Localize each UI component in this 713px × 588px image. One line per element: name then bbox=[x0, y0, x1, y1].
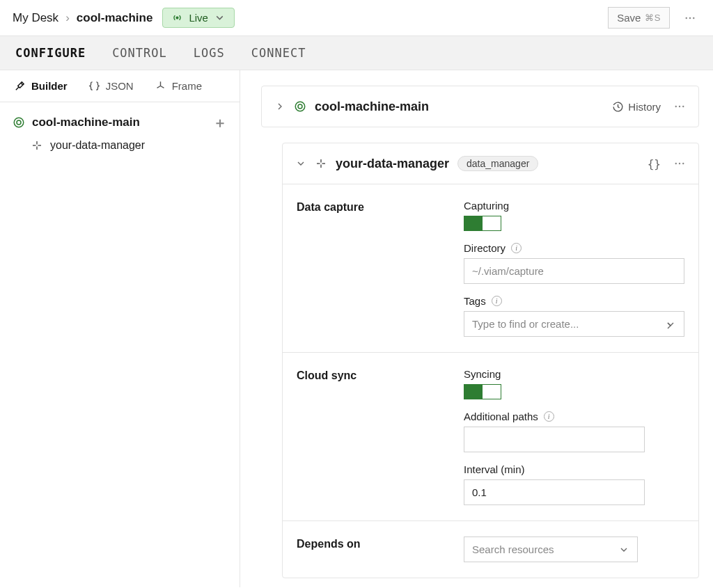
main-tabs: CONFIGURE CONTROL LOGS CONNECT bbox=[0, 35, 713, 70]
machine-card: cool-machine-main History bbox=[261, 86, 699, 127]
breadcrumb-separator: › bbox=[65, 11, 70, 25]
svg-point-11 bbox=[675, 163, 677, 164]
machine-more-button[interactable] bbox=[673, 96, 686, 117]
info-icon[interactable]: i bbox=[492, 296, 502, 306]
section-cloud-sync: Cloud sync Syncing Additional paths i bbox=[283, 353, 698, 521]
subtab-frame[interactable]: Frame bbox=[155, 80, 202, 92]
tree-child-label: your-data-manager bbox=[50, 139, 145, 152]
broadcast-icon bbox=[171, 12, 183, 24]
breadcrumb-current: cool-machine bbox=[77, 11, 153, 25]
history-icon bbox=[612, 101, 624, 113]
main-content: cool-machine-main History your-data-mana… bbox=[240, 70, 713, 587]
section-data-capture: Data capture Capturing Directory i bbox=[283, 184, 698, 353]
directory-label: Directory i bbox=[464, 242, 684, 254]
tab-connect[interactable]: CONNECT bbox=[251, 36, 306, 70]
section-label-cloud-sync: Cloud sync bbox=[297, 368, 450, 505]
additional-paths-label: Additional paths i bbox=[464, 411, 645, 422]
tools-icon bbox=[14, 80, 26, 92]
subtab-json-label: JSON bbox=[106, 80, 134, 92]
subtab-builder[interactable]: Builder bbox=[14, 80, 68, 92]
live-status-dropdown[interactable]: Live bbox=[162, 8, 235, 28]
sub-tabs: Builder JSON Frame bbox=[0, 70, 240, 102]
syncing-label: Syncing bbox=[464, 368, 645, 380]
sparkle-icon bbox=[315, 157, 327, 170]
svg-point-8 bbox=[675, 106, 677, 107]
capturing-toggle[interactable] bbox=[464, 216, 501, 231]
tags-placeholder: Type to find or create... bbox=[472, 318, 579, 330]
machine-icon bbox=[13, 116, 25, 129]
tree-root-row[interactable]: cool-machine-main ＋ bbox=[10, 111, 230, 134]
live-label: Live bbox=[189, 12, 208, 24]
chevron-down-icon bbox=[665, 319, 676, 330]
svg-point-7 bbox=[295, 102, 305, 111]
sparkle-icon bbox=[31, 139, 43, 152]
svg-point-0 bbox=[176, 17, 178, 19]
section-label-depends-on: Depends on bbox=[297, 537, 450, 562]
chevron-down-icon bbox=[214, 12, 226, 24]
subtab-builder-label: Builder bbox=[31, 80, 68, 92]
save-label: Save bbox=[617, 12, 641, 24]
history-button[interactable]: History bbox=[612, 101, 661, 113]
tree-child-row[interactable]: your-data-manager bbox=[10, 134, 230, 157]
breadcrumb-root[interactable]: My Desk bbox=[13, 11, 58, 25]
tree-root-label: cool-machine-main bbox=[32, 116, 140, 129]
machine-card-header: cool-machine-main History bbox=[262, 86, 698, 127]
directory-input[interactable] bbox=[464, 258, 684, 284]
interval-label: Interval (min) bbox=[464, 463, 645, 475]
svg-point-6 bbox=[298, 104, 302, 109]
history-label: History bbox=[628, 101, 661, 113]
ellipsis-icon bbox=[673, 157, 686, 170]
braces-icon bbox=[88, 80, 100, 92]
chevron-right-icon[interactable] bbox=[274, 101, 285, 112]
component-card: your-data-manager data_manager {} Data c… bbox=[282, 143, 699, 578]
tags-select[interactable]: Type to find or create... bbox=[464, 311, 684, 337]
svg-point-3 bbox=[693, 17, 694, 18]
depends-on-placeholder: Search resources bbox=[472, 543, 554, 555]
save-button[interactable]: Save ⌘S bbox=[608, 7, 670, 29]
body: Builder JSON Frame cool-machine-main ＋ y… bbox=[0, 70, 713, 587]
component-type-pill: data_manager bbox=[457, 156, 538, 171]
interval-input[interactable] bbox=[464, 479, 645, 505]
ellipsis-icon bbox=[684, 12, 696, 24]
syncing-toggle[interactable] bbox=[464, 384, 501, 399]
breadcrumb: My Desk › cool-machine bbox=[13, 11, 152, 25]
section-label-data-capture: Data capture bbox=[297, 200, 450, 337]
machine-title: cool-machine-main bbox=[315, 100, 429, 114]
svg-point-2 bbox=[689, 17, 691, 18]
info-icon[interactable]: i bbox=[511, 243, 522, 253]
component-more-button[interactable] bbox=[673, 153, 686, 174]
topbar-more-button[interactable] bbox=[680, 8, 700, 29]
subtab-frame-label: Frame bbox=[172, 80, 202, 92]
svg-point-13 bbox=[682, 163, 684, 164]
topbar: My Desk › cool-machine Live Save ⌘S bbox=[0, 0, 713, 35]
subtab-json[interactable]: JSON bbox=[88, 80, 134, 92]
additional-paths-input[interactable] bbox=[464, 427, 645, 452]
svg-point-12 bbox=[679, 163, 680, 164]
tags-label: Tags i bbox=[464, 295, 684, 307]
depends-on-select[interactable]: Search resources bbox=[464, 537, 638, 562]
capturing-label: Capturing bbox=[464, 200, 684, 212]
svg-point-5 bbox=[14, 118, 24, 127]
component-title: your-data-manager bbox=[336, 157, 449, 171]
info-icon[interactable]: i bbox=[544, 411, 554, 422]
svg-point-10 bbox=[682, 106, 684, 107]
tab-logs[interactable]: LOGS bbox=[194, 36, 225, 70]
tab-control[interactable]: CONTROL bbox=[112, 36, 167, 70]
json-toggle-button[interactable]: {} bbox=[648, 157, 661, 170]
chevron-down-icon bbox=[618, 544, 629, 555]
save-shortcut: ⌘S bbox=[645, 13, 661, 23]
add-resource-button[interactable]: ＋ bbox=[213, 116, 227, 129]
resource-tree: cool-machine-main ＋ your-data-manager bbox=[0, 102, 240, 165]
svg-point-4 bbox=[17, 120, 21, 125]
machine-icon bbox=[294, 100, 306, 113]
svg-point-1 bbox=[686, 17, 687, 18]
component-card-header: your-data-manager data_manager {} bbox=[283, 143, 698, 184]
ellipsis-icon bbox=[673, 100, 686, 113]
sidebar: Builder JSON Frame cool-machine-main ＋ y… bbox=[0, 70, 240, 587]
chevron-down-icon[interactable] bbox=[295, 158, 306, 169]
tab-configure[interactable]: CONFIGURE bbox=[15, 36, 86, 70]
axes-icon bbox=[155, 80, 166, 92]
svg-point-9 bbox=[679, 106, 680, 107]
section-depends-on: Depends on Search resources bbox=[283, 521, 698, 578]
